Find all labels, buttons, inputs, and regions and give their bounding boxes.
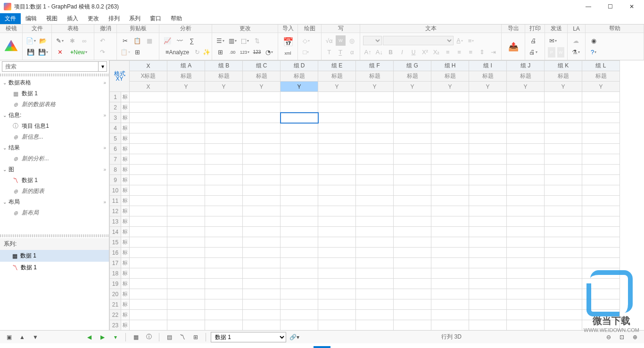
cell[interactable] [507, 289, 545, 299]
cell[interactable] [431, 258, 469, 268]
col-header-a[interactable]: 组 A [167, 61, 205, 71]
cell[interactable] [130, 227, 167, 237]
cell[interactable] [356, 227, 394, 237]
cell[interactable] [507, 102, 545, 113]
cell[interactable] [394, 123, 431, 133]
data-grid[interactable]: 格式XY X 组 A 组 B 组 C 组 D 组 E 组 F 组 G 组 H 组… [109, 60, 620, 330]
help-button[interactable]: ?▾ [588, 47, 599, 58]
cell[interactable] [243, 185, 281, 196]
sub-y[interactable]: Y [545, 82, 582, 92]
cell[interactable] [318, 310, 356, 320]
cell[interactable] [167, 227, 205, 237]
cell[interactable] [243, 289, 281, 299]
cell[interactable] [243, 175, 281, 185]
row-header[interactable]: 19 [110, 279, 121, 289]
cell[interactable] [243, 227, 281, 237]
cell[interactable] [281, 102, 318, 113]
section-results[interactable]: ⌄结果» [0, 142, 109, 153]
cell[interactable] [545, 175, 582, 185]
cell[interactable] [431, 92, 469, 102]
view-results-button[interactable]: ▤ [164, 332, 174, 342]
cell[interactable] [545, 154, 582, 165]
cell[interactable] [431, 113, 469, 123]
copy-button[interactable]: 📋 [132, 35, 142, 46]
sub-y[interactable]: Y [205, 82, 243, 92]
view-layout-button[interactable]: ⊞ [190, 332, 201, 342]
col-title[interactable]: 标题 [356, 71, 394, 82]
row-label[interactable]: 标 [121, 310, 130, 320]
cell[interactable] [356, 196, 394, 206]
analyze-button[interactable]: ≡Analyze [162, 47, 192, 58]
cell[interactable] [469, 237, 507, 248]
cell[interactable] [469, 102, 507, 113]
cell[interactable] [281, 237, 318, 248]
cell[interactable] [318, 92, 356, 102]
cell[interactable] [356, 92, 394, 102]
decimal-button[interactable]: .00 [227, 47, 238, 58]
cell[interactable] [394, 196, 431, 206]
cell[interactable] [281, 258, 318, 268]
sub-y[interactable]: Y [243, 82, 281, 92]
cell[interactable] [130, 289, 167, 299]
cell[interactable] [394, 268, 431, 279]
row-header[interactable]: 5 [110, 133, 121, 144]
cell[interactable] [318, 133, 356, 144]
cell[interactable] [130, 216, 167, 227]
format-button[interactable]: 格式XY [110, 70, 129, 83]
cell[interactable] [545, 279, 582, 289]
cell[interactable] [281, 185, 318, 196]
cell[interactable] [545, 196, 582, 206]
fit-curve-button[interactable]: 〰 [174, 35, 185, 46]
cell[interactable] [545, 237, 582, 248]
col-title[interactable]: 标题 [318, 71, 356, 82]
cell[interactable] [545, 123, 582, 133]
cell[interactable] [281, 144, 318, 154]
cell[interactable] [545, 227, 582, 237]
cell[interactable] [507, 133, 545, 144]
row-label[interactable]: 标 [121, 268, 130, 279]
cell[interactable] [431, 133, 469, 144]
row-label[interactable]: 标 [121, 216, 130, 227]
cell[interactable] [167, 133, 205, 144]
cell[interactable] [281, 133, 318, 144]
cell[interactable] [318, 196, 356, 206]
paste-transpose-button[interactable]: ⊞ [132, 47, 142, 58]
cell[interactable] [582, 102, 620, 113]
cell[interactable] [469, 185, 507, 196]
row-header[interactable]: 13 [110, 216, 121, 227]
cell[interactable] [205, 133, 243, 144]
cell[interactable] [243, 113, 281, 123]
cell[interactable] [469, 268, 507, 279]
cell[interactable] [205, 268, 243, 279]
cell[interactable] [394, 102, 431, 113]
cell[interactable] [394, 175, 431, 185]
cell[interactable] [507, 123, 545, 133]
prism-icon[interactable] [5, 40, 18, 53]
cell[interactable] [394, 320, 431, 331]
col-title[interactable]: 标题 [469, 71, 507, 82]
cell[interactable] [243, 268, 281, 279]
row-label[interactable]: 标 [121, 154, 130, 165]
cell[interactable] [507, 113, 545, 123]
cell[interactable] [243, 206, 281, 216]
new-file-button[interactable]: 📄▾ [25, 35, 36, 46]
row-label[interactable]: 标 [121, 206, 130, 216]
cell[interactable] [431, 289, 469, 299]
cell[interactable] [431, 175, 469, 185]
cell[interactable] [167, 216, 205, 227]
row-header[interactable]: 8 [110, 165, 121, 175]
cell[interactable] [243, 258, 281, 268]
zoom-out-button[interactable]: ⊖ [603, 332, 614, 342]
cell[interactable] [394, 144, 431, 154]
cell[interactable] [507, 320, 545, 331]
search-input[interactable] [2, 61, 99, 72]
about-button[interactable]: ◉ [588, 35, 599, 46]
cell[interactable] [582, 165, 620, 175]
cell[interactable] [243, 320, 281, 331]
cell[interactable] [205, 310, 243, 320]
cell[interactable] [356, 113, 394, 123]
cell[interactable] [356, 279, 394, 289]
cell[interactable] [545, 299, 582, 310]
cell[interactable] [281, 227, 318, 237]
col-title[interactable]: 标题 [431, 71, 469, 82]
